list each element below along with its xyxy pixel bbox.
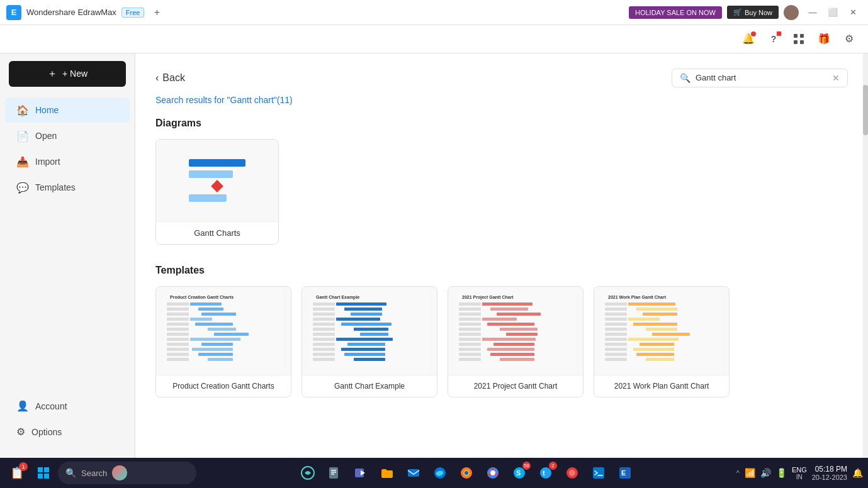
maximize-button[interactable]: ⬜ [824, 4, 842, 21]
sidebar-item-label: Import [35, 157, 60, 167]
taskbar-app-vscode[interactable] [587, 461, 611, 485]
notification-icon[interactable]: 🔔 [740, 30, 757, 48]
svg-rect-84 [605, 302, 627, 306]
svg-rect-63 [497, 313, 541, 316]
svg-rect-28 [167, 358, 189, 361]
close-button[interactable]: ✕ [844, 4, 862, 21]
taskbar-search-icon: 🔍 [65, 468, 76, 478]
svg-rect-46 [313, 338, 335, 341]
template-card-2[interactable]: 2021 Project Gantt Chart [448, 286, 583, 397]
svg-rect-6 [167, 302, 189, 306]
add-tab-button[interactable]: + [149, 5, 164, 20]
template-card-1[interactable]: Gantt Chart Example [302, 286, 437, 397]
taskbar-app-edge[interactable] [428, 461, 452, 485]
taskbar-app-edraw[interactable]: E [613, 461, 637, 485]
taskbar-app-file[interactable] [322, 461, 346, 485]
notification-bell-icon[interactable]: 🔔 [852, 468, 863, 478]
svg-rect-33 [336, 302, 386, 306]
apps-grid-icon[interactable] [790, 30, 808, 48]
back-header: ‹ Back 🔍 ✕ [155, 69, 848, 87]
holiday-sale-button[interactable]: HOLIDAY SALE ON NOW [629, 6, 722, 19]
volume-icon[interactable]: 🔊 [760, 468, 771, 478]
sidebar-item-import[interactable]: 📥 Import [5, 150, 130, 174]
templates-icon: 💬 [16, 182, 29, 194]
taskbar-app-skype[interactable]: S 58 [507, 461, 531, 485]
svg-rect-26 [167, 353, 189, 356]
svg-point-125 [490, 470, 495, 475]
svg-rect-15 [195, 323, 233, 326]
taskbar-app-mail[interactable] [402, 461, 426, 485]
taskbar-app-firefox[interactable] [454, 461, 478, 485]
svg-rect-38 [313, 318, 335, 321]
svg-rect-79 [490, 353, 534, 356]
svg-rect-109 [44, 467, 49, 472]
buy-now-button[interactable]: 🛒 Buy Now [727, 6, 779, 19]
svg-rect-22 [167, 343, 189, 346]
taskbar-search-text: Search [81, 469, 107, 478]
sidebar-item-label: Templates [35, 182, 76, 192]
scrollbar-track [863, 53, 868, 458]
svg-rect-67 [487, 323, 534, 326]
svg-rect-17 [208, 328, 236, 331]
taskbar-app-colorful[interactable] [296, 461, 320, 485]
sidebar-item-options[interactable]: ⚙ Options [5, 419, 130, 444]
svg-rect-85 [628, 302, 675, 306]
battery-icon[interactable]: 🔋 [776, 468, 787, 478]
taskbar-windows-start[interactable] [31, 461, 55, 485]
search-input[interactable] [696, 73, 827, 82]
svg-rect-42 [313, 328, 335, 331]
svg-rect-52 [313, 353, 335, 356]
new-button[interactable]: ＋ + New [9, 61, 126, 87]
template-card-0[interactable]: Product Creation Gantt Charts [155, 286, 291, 397]
svg-rect-44 [313, 333, 335, 336]
minimize-button[interactable]: — [804, 4, 821, 21]
svg-rect-96 [605, 333, 627, 336]
svg-rect-73 [482, 338, 536, 341]
svg-rect-77 [487, 348, 534, 351]
sidebar-item-open[interactable]: 📄 Open [5, 124, 130, 148]
svg-rect-93 [633, 323, 677, 326]
taskbar-app-folder[interactable] [375, 461, 399, 485]
user-avatar[interactable] [784, 5, 799, 20]
svg-rect-14 [167, 323, 189, 326]
svg-rect-62 [459, 313, 481, 316]
taskbar-search-box[interactable]: 🔍 Search [58, 462, 196, 484]
taskbar-app-chrome[interactable] [481, 461, 505, 485]
sidebar-item-account[interactable]: 👤 Account [5, 394, 130, 418]
svg-rect-103 [633, 348, 674, 351]
svg-rect-92 [605, 323, 627, 326]
svg-text:E: E [621, 469, 626, 477]
svg-rect-95 [646, 328, 677, 331]
svg-text:S: S [516, 469, 521, 477]
help-icon[interactable]: ? [765, 30, 782, 48]
svg-rect-29 [208, 358, 233, 361]
taskbar-app-red[interactable] [560, 461, 584, 485]
back-button[interactable]: ‹ Back [155, 72, 185, 84]
diagram-card-gantt[interactable]: Gantt Charts [155, 139, 279, 245]
svg-rect-99 [628, 338, 679, 341]
taskbar-notification[interactable]: 📋 1 [5, 461, 29, 485]
settings-icon[interactable]: ⚙ [840, 30, 858, 48]
sidebar-item-templates[interactable]: 💬 Templates [5, 175, 130, 200]
svg-rect-108 [38, 467, 43, 472]
svg-rect-97 [652, 333, 690, 336]
svg-rect-119 [408, 469, 419, 477]
search-clear-icon[interactable]: ✕ [832, 73, 840, 83]
svg-rect-20 [167, 338, 189, 341]
svg-rect-18 [167, 333, 189, 336]
sidebar-item-home[interactable]: 🏠 Home [5, 98, 130, 123]
svg-rect-21 [190, 338, 240, 341]
scrollbar-thumb[interactable] [863, 85, 868, 135]
wifi-icon[interactable]: 📶 [745, 468, 755, 478]
taskbar-app-video[interactable] [349, 461, 373, 485]
template-card-3[interactable]: 2021 Work Plan Gantt Chart [594, 286, 730, 397]
svg-rect-8 [167, 308, 189, 311]
gift-icon[interactable]: 🎁 [815, 30, 833, 48]
taskbar-app-twitter[interactable]: t 2 [534, 461, 558, 485]
system-tray-expand[interactable]: ^ [736, 469, 740, 477]
svg-rect-24 [167, 348, 189, 351]
language-block[interactable]: ENG IN [792, 466, 807, 480]
search-icon: 🔍 [680, 73, 690, 83]
template-thumbnail-3: 2021 Work Plan Gantt Chart [594, 287, 729, 375]
search-bar[interactable]: 🔍 ✕ [672, 69, 848, 87]
